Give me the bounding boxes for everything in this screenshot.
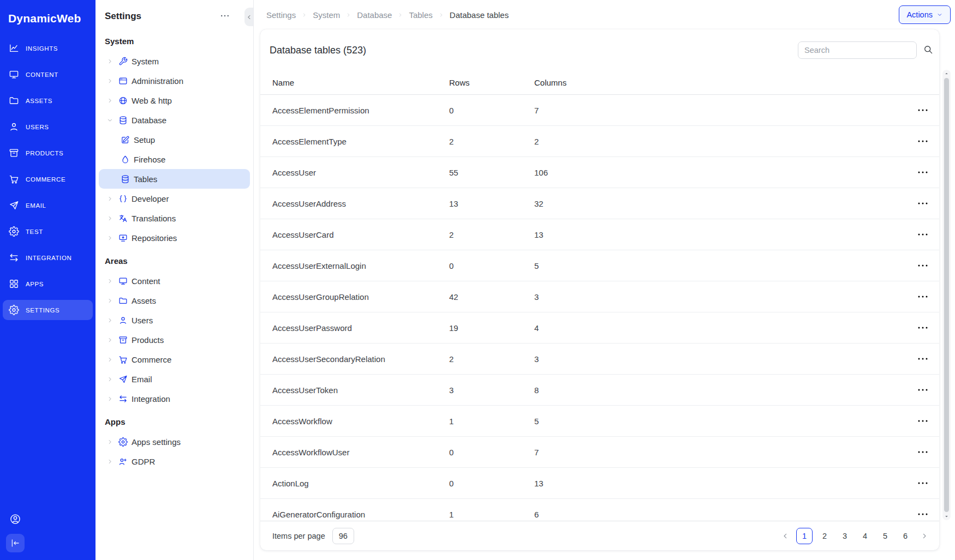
row-actions-button[interactable] [916,259,929,272]
table-row[interactable]: AccessUserPassword194 [260,312,939,344]
panel-group-label-apps: Apps [96,408,253,432]
page-button-4[interactable]: 4 [857,528,873,544]
items-per-page-select[interactable]: 96 [332,528,354,544]
search-input[interactable] [798,41,917,59]
row-actions-button[interactable] [916,352,929,365]
row-actions-button[interactable] [916,135,929,148]
panel-item-content[interactable]: Content [99,271,250,291]
breadcrumb-link-settings[interactable]: Settings [266,10,296,20]
row-actions-button[interactable] [916,290,929,303]
panel-item-firehose[interactable]: Firehose [99,149,250,169]
send-icon [9,200,19,210]
panel-more-button[interactable] [219,10,231,22]
page-button-5[interactable]: 5 [877,528,893,544]
cell-name: AccessWorkflowUser [272,448,449,457]
column-header-name[interactable]: Name [272,78,449,87]
row-actions-button[interactable] [916,414,929,427]
panel-header: Settings [96,0,253,28]
panel-item-integration[interactable]: Integration [99,389,250,408]
panel-item-administration[interactable]: Administration [99,71,250,91]
page-button-3[interactable]: 3 [837,528,853,544]
gdpr-icon [118,457,128,466]
panel-item-translations[interactable]: Translations [99,208,250,228]
panel-item-system[interactable]: System [99,51,250,71]
panel-item-products[interactable]: Products [99,330,250,350]
cell-name: AccessUserGroupRelation [272,292,449,302]
table-row[interactable]: AccessUserCard213 [260,219,939,250]
sidebar-item-email[interactable]: EMAIL [3,195,93,215]
panel-item-gdpr[interactable]: GDPR [99,451,250,471]
cell-rows: 19 [449,323,534,333]
actions-button[interactable]: Actions [899,5,951,24]
panel-item-commerce[interactable]: Commerce [99,350,250,369]
column-header-columns[interactable]: Columns [534,78,904,87]
table-row[interactable]: ActionLog013 [260,468,939,499]
breadcrumb-link-tables[interactable]: Tables [409,10,432,20]
sidebar-item-apps[interactable]: APPS [3,274,93,294]
sidebar-item-settings[interactable]: SETTINGS [3,300,93,320]
user-icon [9,122,19,132]
breadcrumb-link-database[interactable]: Database [357,10,392,20]
page-button-1[interactable]: 1 [796,528,813,544]
cell-name: AccessElementType [272,137,449,146]
search-button[interactable] [922,44,934,56]
panel-item-email[interactable]: Email [99,369,250,389]
table-row[interactable]: AccessUserExternalLogin05 [260,250,939,281]
table-row[interactable]: AiGeneratorConfiguration16 [260,499,939,521]
panel-item-label: Database [132,116,166,125]
table-body: AccessElementPermission07AccessElementTy… [260,95,939,521]
row-actions-button[interactable] [916,228,929,241]
page-button-2[interactable]: 2 [816,528,833,544]
sidebar-item-content[interactable]: CONTENT [3,64,93,85]
vertical-scrollbar[interactable] [942,70,951,520]
sidebar-item-users[interactable]: USERS [3,117,93,137]
panel-item-users[interactable]: Users [99,310,250,330]
primary-sidebar: DynamicWeb INSIGHTSCONTENTASSETSUSERSPRO… [0,0,96,560]
profile-button[interactable] [6,510,25,528]
next-page-button[interactable] [917,529,932,543]
panel-item-repositories[interactable]: Repositories [99,228,250,248]
row-actions-button[interactable] [916,166,929,179]
table-row[interactable]: AccessUserAddress1332 [260,188,939,219]
row-actions-button[interactable] [916,104,929,117]
table-row[interactable]: AccessUserSecondaryRelation23 [260,344,939,375]
cell-rows: 0 [449,261,534,270]
table-row[interactable]: AccessElementPermission07 [260,95,939,126]
row-actions-button[interactable] [916,321,929,334]
table-row[interactable]: AccessUserToken38 [260,375,939,406]
row-actions-button[interactable] [916,197,929,210]
panel-item-setup[interactable]: Setup [99,130,250,149]
table-row[interactable]: AccessUserGroupRelation423 [260,281,939,312]
table-row[interactable]: AccessWorkflow15 [260,406,939,437]
sidebar-item-assets[interactable]: ASSETS [3,91,93,111]
table-row[interactable]: AccessWorkflowUser07 [260,437,939,468]
sidebar-item-test[interactable]: TEST [3,221,93,242]
row-actions-button[interactable] [916,477,929,490]
panel-item-web-http[interactable]: Web & http [99,91,250,110]
logout-button[interactable] [6,534,25,552]
panel-item-developer[interactable]: Developer [99,189,250,208]
sidebar-item-integration[interactable]: INTEGRATION [3,248,93,268]
panel-item-assets[interactable]: Assets [99,291,250,310]
sidebar-item-label: SETTINGS [26,307,59,314]
sidebar-item-commerce[interactable]: COMMERCE [3,169,93,189]
previous-page-button[interactable] [778,529,792,543]
panel-item-apps-settings[interactable]: Apps settings [99,432,250,451]
breadcrumb-link-system[interactable]: System [313,10,340,20]
row-actions-button[interactable] [916,508,929,521]
sidebar-item-insights[interactable]: INSIGHTS [3,38,93,58]
panel-item-tables[interactable]: Tables [99,169,250,189]
table-row[interactable]: AccessUser55106 [260,157,939,188]
scroll-up-icon[interactable] [944,70,950,77]
row-actions-button[interactable] [916,445,929,459]
sidebar-item-products[interactable]: PRODUCTS [3,143,93,163]
row-actions-button[interactable] [916,383,929,396]
scroll-down-icon[interactable] [944,513,950,520]
panel-item-database[interactable]: Database [99,110,250,130]
table-row[interactable]: AccessElementType22 [260,126,939,157]
collapse-panel-button[interactable] [244,8,253,26]
scrollbar-thumb[interactable] [944,78,949,512]
column-header-rows[interactable]: Rows [449,78,534,87]
cell-rows: 1 [449,510,534,519]
page-button-6[interactable]: 6 [897,528,914,544]
